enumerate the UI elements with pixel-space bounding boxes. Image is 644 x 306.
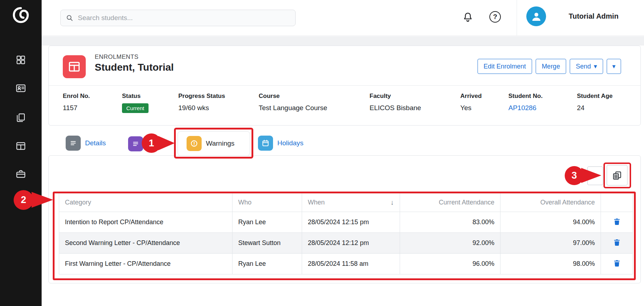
cell-when: 28/05/2024 11:58 am — [302, 254, 400, 274]
documents-icon[interactable] — [14, 110, 28, 125]
notifications-bell-icon[interactable] — [462, 11, 474, 23]
enrolments-red-icon — [63, 55, 86, 78]
status-badge: Current — [122, 103, 149, 113]
user-avatar[interactable] — [526, 6, 546, 26]
column-header-actions — [601, 193, 633, 212]
tab-holidays[interactable]: Holidays — [258, 136, 304, 151]
table-row: Intention to Report CP/Attendance Ryan L… — [59, 212, 633, 233]
tab-warnings[interactable]: Warnings — [178, 131, 250, 156]
page-title: Student, Tutorial — [95, 62, 174, 73]
column-header-when[interactable]: When↓ — [302, 193, 400, 212]
delete-warning-button[interactable] — [613, 217, 621, 226]
copy-icon — [612, 170, 622, 181]
person-icon — [530, 10, 543, 23]
send-button[interactable]: Send▾ — [570, 59, 603, 74]
cell-who: Ryan Lee — [232, 212, 302, 233]
cell-category: Second Warning Letter - CP/Attendance — [59, 233, 232, 254]
caret-down-icon: ▾ — [594, 62, 597, 70]
toolbox-icon[interactable] — [14, 167, 28, 181]
column-header-category[interactable]: Category — [59, 193, 232, 212]
holidays-tab-icon — [258, 136, 273, 151]
cell-category: First Warning Letter - CP/Attendance — [59, 254, 232, 274]
delete-warning-button[interactable] — [613, 259, 621, 267]
annotation-arrow-1 — [158, 136, 175, 150]
help-icon[interactable]: ? — [489, 11, 501, 23]
tab-details[interactable]: Details — [66, 136, 106, 151]
top-bar: ? Tutorial Admin — [42, 0, 644, 36]
column-header-overall-attendance[interactable]: Overall Attendance — [500, 193, 601, 212]
trash-icon — [613, 259, 621, 267]
trash-icon — [613, 238, 621, 246]
app-logo[interactable] — [9, 4, 32, 27]
table-row: First Warning Letter - CP/Attendance Rya… — [59, 254, 633, 274]
search-box — [60, 10, 296, 26]
students-icon[interactable] — [14, 81, 28, 95]
student-no-link[interactable]: AP10286 — [508, 104, 536, 112]
warnings-tab-icon — [187, 136, 202, 151]
merge-button[interactable]: Merge — [536, 59, 566, 74]
edit-enrolment-button[interactable]: Edit Enrolment — [478, 59, 532, 74]
breadcrumb-section-label: ENROLMENTS — [95, 53, 138, 61]
delete-warning-button[interactable] — [613, 238, 621, 246]
enrolments-nav-icon[interactable] — [14, 139, 28, 153]
content-top-strip — [42, 36, 644, 46]
cell-current-attendance: 96.00% — [400, 254, 500, 274]
cell-overall-attendance: 94.00% — [500, 212, 601, 233]
caret-down-icon: ▾ — [612, 62, 615, 70]
cell-who: Ryan Lee — [232, 254, 302, 274]
search-input[interactable] — [78, 14, 290, 22]
cell-who: Stewart Sutton — [232, 233, 302, 254]
table-header-row: Category Who When↓ Current Attendance Ov… — [59, 193, 633, 212]
cell-when: 28/05/2024 12:15 pm — [302, 212, 400, 233]
warnings-table: Category Who When↓ Current Attendance Ov… — [59, 193, 633, 274]
column-header-current-attendance[interactable]: Current Attendance — [400, 193, 500, 212]
copy-export-button[interactable] — [607, 165, 627, 185]
trash-icon — [613, 217, 621, 226]
app-window: ? Tutorial Admin ENROLMENTS Student, Tut… — [0, 0, 644, 306]
cell-current-attendance: 92.00% — [400, 233, 500, 254]
enrolment-card: ENROLMENTS Student, Tutorial Edit Enrolm… — [48, 46, 641, 126]
logo-swirl-icon — [10, 5, 31, 25]
cell-current-attendance: 83.00% — [400, 212, 500, 233]
details-tab-icon — [66, 136, 81, 151]
cell-overall-attendance: 97.00% — [500, 233, 601, 254]
help-mark: ? — [493, 13, 497, 21]
user-name: Tutorial Admin — [569, 12, 619, 20]
header-divider — [517, 0, 517, 36]
sidebar — [0, 0, 42, 306]
annotation-step-1: 1 — [142, 133, 161, 153]
cell-when: 28/05/2024 12:12 pm — [302, 233, 400, 254]
search-icon — [66, 14, 74, 22]
cell-category: Intention to Report CP/Attendance — [59, 212, 232, 233]
sort-desc-icon: ↓ — [391, 199, 394, 207]
dashboard-icon[interactable] — [14, 53, 28, 67]
table-row: Second Warning Letter - CP/Attendance St… — [59, 233, 633, 254]
tab-hidden-purple[interactable] — [128, 136, 143, 151]
purple-tab-icon — [128, 136, 143, 151]
cell-overall-attendance: 98.00% — [500, 254, 601, 274]
more-actions-dropdown-button[interactable]: ▾ — [607, 59, 621, 74]
card-divider — [49, 85, 640, 86]
hidden-toolbar-button[interactable] — [587, 166, 603, 185]
enrolment-actions: Edit Enrolment Merge Send▾ ▾ — [478, 59, 621, 74]
column-header-who[interactable]: Who — [232, 193, 302, 212]
